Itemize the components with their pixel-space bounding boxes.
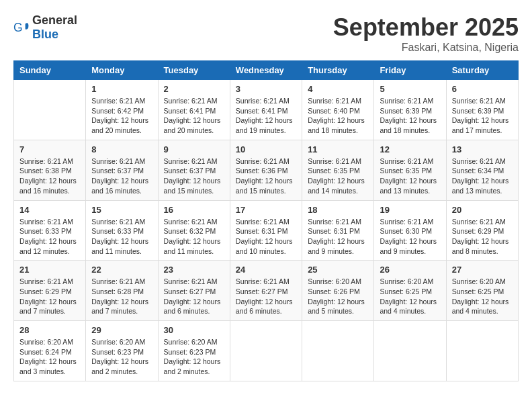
day-number: 6: [452, 84, 513, 94]
day-number: 19: [380, 205, 440, 215]
day-info: Sunrise: 6:21 AM Sunset: 6:38 PM Dayligh…: [19, 156, 80, 196]
calendar-cell: 11Sunrise: 6:21 AM Sunset: 6:35 PM Dayli…: [302, 140, 374, 200]
calendar-cell: 17Sunrise: 6:21 AM Sunset: 6:31 PM Dayli…: [230, 200, 302, 261]
day-info: Sunrise: 6:20 AM Sunset: 6:26 PM Dayligh…: [308, 277, 368, 316]
day-info: Sunrise: 6:21 AM Sunset: 6:40 PM Dayligh…: [308, 96, 368, 136]
day-info: Sunrise: 6:20 AM Sunset: 6:25 PM Dayligh…: [380, 277, 440, 316]
day-info: Sunrise: 6:21 AM Sunset: 6:37 PM Dayligh…: [91, 156, 152, 196]
day-info: Sunrise: 6:21 AM Sunset: 6:30 PM Dayligh…: [380, 217, 440, 257]
calendar-cell: [230, 321, 302, 381]
calendar-cell: 18Sunrise: 6:21 AM Sunset: 6:31 PM Dayli…: [302, 200, 374, 261]
page-header: G General Blue September 2025 Faskari, K…: [13, 13, 519, 54]
calendar-cell: 6Sunrise: 6:21 AM Sunset: 6:39 PM Daylig…: [446, 80, 518, 140]
calendar-cell: 13Sunrise: 6:21 AM Sunset: 6:34 PM Dayli…: [446, 140, 518, 200]
calendar-cell: 12Sunrise: 6:21 AM Sunset: 6:35 PM Dayli…: [374, 140, 446, 200]
logo-blue: Blue: [32, 28, 58, 41]
calendar-cell: 9Sunrise: 6:21 AM Sunset: 6:37 PM Daylig…: [158, 140, 230, 200]
day-number: 21: [19, 265, 80, 275]
day-number: 17: [236, 205, 296, 215]
day-info: Sunrise: 6:21 AM Sunset: 6:41 PM Dayligh…: [164, 96, 224, 136]
calendar-cell: 7Sunrise: 6:21 AM Sunset: 6:38 PM Daylig…: [14, 140, 86, 200]
calendar-cell: [14, 80, 86, 140]
calendar-cell: 15Sunrise: 6:21 AM Sunset: 6:33 PM Dayli…: [86, 200, 158, 261]
day-number: 13: [452, 144, 513, 154]
calendar-cell: 2Sunrise: 6:21 AM Sunset: 6:41 PM Daylig…: [158, 80, 230, 140]
day-info: Sunrise: 6:21 AM Sunset: 6:29 PM Dayligh…: [452, 217, 513, 257]
day-number: 18: [308, 205, 368, 215]
day-number: 20: [452, 205, 513, 215]
day-number: 7: [19, 144, 80, 154]
logo: G General Blue: [13, 13, 77, 42]
day-info: Sunrise: 6:21 AM Sunset: 6:42 PM Dayligh…: [91, 96, 152, 136]
weekday-header-saturday: Saturday: [446, 61, 518, 80]
weekday-header-friday: Friday: [374, 61, 446, 80]
day-info: Sunrise: 6:21 AM Sunset: 6:41 PM Dayligh…: [236, 96, 296, 136]
calendar-cell: 25Sunrise: 6:20 AM Sunset: 6:26 PM Dayli…: [302, 261, 374, 321]
day-info: Sunrise: 6:21 AM Sunset: 6:32 PM Dayligh…: [164, 217, 224, 257]
day-number: 25: [308, 265, 368, 275]
day-info: Sunrise: 6:21 AM Sunset: 6:37 PM Dayligh…: [164, 156, 224, 196]
day-info: Sunrise: 6:21 AM Sunset: 6:27 PM Dayligh…: [236, 277, 296, 316]
day-number: 22: [91, 265, 152, 275]
calendar-cell: 30Sunrise: 6:20 AM Sunset: 6:23 PM Dayli…: [158, 321, 230, 381]
calendar-cell: 28Sunrise: 6:20 AM Sunset: 6:24 PM Dayli…: [14, 321, 86, 381]
day-info: Sunrise: 6:21 AM Sunset: 6:33 PM Dayligh…: [91, 217, 152, 257]
day-info: Sunrise: 6:21 AM Sunset: 6:31 PM Dayligh…: [236, 217, 296, 257]
day-number: 12: [380, 144, 440, 154]
day-info: Sunrise: 6:21 AM Sunset: 6:36 PM Dayligh…: [236, 156, 296, 196]
calendar-cell: 29Sunrise: 6:20 AM Sunset: 6:23 PM Dayli…: [86, 321, 158, 381]
weekday-header-sunday: Sunday: [14, 61, 86, 80]
calendar-cell: 4Sunrise: 6:21 AM Sunset: 6:40 PM Daylig…: [302, 80, 374, 140]
calendar-week-4: 21Sunrise: 6:21 AM Sunset: 6:29 PM Dayli…: [14, 261, 519, 321]
day-number: 26: [380, 265, 440, 275]
calendar-cell: 16Sunrise: 6:21 AM Sunset: 6:32 PM Dayli…: [158, 200, 230, 261]
day-number: 29: [91, 325, 152, 335]
calendar-cell: 1Sunrise: 6:21 AM Sunset: 6:42 PM Daylig…: [86, 80, 158, 140]
day-number: 1: [91, 84, 152, 94]
calendar-body: 1Sunrise: 6:21 AM Sunset: 6:42 PM Daylig…: [14, 80, 519, 381]
day-info: Sunrise: 6:21 AM Sunset: 6:35 PM Dayligh…: [380, 156, 440, 196]
calendar-cell: 23Sunrise: 6:21 AM Sunset: 6:27 PM Dayli…: [158, 261, 230, 321]
calendar-cell: 26Sunrise: 6:20 AM Sunset: 6:25 PM Dayli…: [374, 261, 446, 321]
day-number: 8: [91, 144, 152, 154]
calendar-cell: [374, 321, 446, 381]
day-info: Sunrise: 6:21 AM Sunset: 6:31 PM Dayligh…: [308, 217, 368, 257]
calendar-cell: 3Sunrise: 6:21 AM Sunset: 6:41 PM Daylig…: [230, 80, 302, 140]
day-info: Sunrise: 6:21 AM Sunset: 6:29 PM Dayligh…: [19, 277, 80, 316]
calendar-week-2: 7Sunrise: 6:21 AM Sunset: 6:38 PM Daylig…: [14, 140, 519, 200]
day-info: Sunrise: 6:20 AM Sunset: 6:23 PM Dayligh…: [91, 337, 152, 377]
day-number: 27: [452, 265, 513, 275]
weekday-header-thursday: Thursday: [302, 61, 374, 80]
calendar-cell: 8Sunrise: 6:21 AM Sunset: 6:37 PM Daylig…: [86, 140, 158, 200]
day-number: 11: [308, 144, 368, 154]
calendar-cell: 27Sunrise: 6:20 AM Sunset: 6:25 PM Dayli…: [446, 261, 518, 321]
day-info: Sunrise: 6:21 AM Sunset: 6:27 PM Dayligh…: [164, 277, 224, 316]
day-number: 9: [164, 144, 224, 154]
day-number: 16: [164, 205, 224, 215]
calendar-cell: 19Sunrise: 6:21 AM Sunset: 6:30 PM Dayli…: [374, 200, 446, 261]
day-info: Sunrise: 6:21 AM Sunset: 6:34 PM Dayligh…: [452, 156, 513, 196]
calendar-cell: 20Sunrise: 6:21 AM Sunset: 6:29 PM Dayli…: [446, 200, 518, 261]
calendar-cell: 21Sunrise: 6:21 AM Sunset: 6:29 PM Dayli…: [14, 261, 86, 321]
day-info: Sunrise: 6:20 AM Sunset: 6:25 PM Dayligh…: [452, 277, 513, 316]
calendar-cell: [446, 321, 518, 381]
calendar-cell: [302, 321, 374, 381]
calendar-cell: 14Sunrise: 6:21 AM Sunset: 6:33 PM Dayli…: [14, 200, 86, 261]
day-info: Sunrise: 6:20 AM Sunset: 6:23 PM Dayligh…: [164, 337, 224, 377]
day-number: 15: [91, 205, 152, 215]
calendar-cell: 5Sunrise: 6:21 AM Sunset: 6:39 PM Daylig…: [374, 80, 446, 140]
weekday-header-tuesday: Tuesday: [158, 61, 230, 80]
day-number: 14: [19, 205, 80, 215]
day-info: Sunrise: 6:20 AM Sunset: 6:24 PM Dayligh…: [19, 337, 80, 377]
day-number: 2: [164, 84, 224, 94]
day-info: Sunrise: 6:21 AM Sunset: 6:39 PM Dayligh…: [452, 96, 513, 136]
day-number: 28: [19, 325, 80, 335]
calendar-cell: 24Sunrise: 6:21 AM Sunset: 6:27 PM Dayli…: [230, 261, 302, 321]
day-info: Sunrise: 6:21 AM Sunset: 6:33 PM Dayligh…: [19, 217, 80, 257]
day-number: 3: [236, 84, 296, 94]
weekday-header-wednesday: Wednesday: [230, 61, 302, 80]
calendar-week-3: 14Sunrise: 6:21 AM Sunset: 6:33 PM Dayli…: [14, 200, 519, 261]
logo-icon: G: [13, 19, 30, 36]
svg-text:G: G: [13, 21, 23, 34]
weekday-header-monday: Monday: [86, 61, 158, 80]
